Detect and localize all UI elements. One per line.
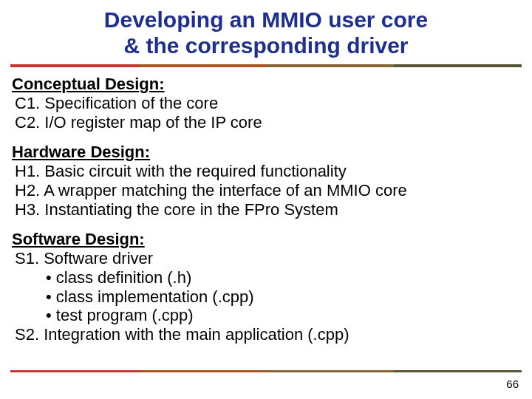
item-h2: H2. A wrapper matching the interface of … [12,181,520,200]
section-conceptual: Conceptual Design: C1. Specification of … [12,75,520,132]
heading-hardware: Hardware Design: [12,143,520,162]
item-s1b: class implementation (.cpp) [12,287,520,307]
slide: Developing an MMIO user core & the corre… [0,0,532,399]
content-area: Conceptual Design: C1. Specification of … [0,67,532,344]
section-software: Software Design: S1. Software driver cla… [12,230,520,345]
heading-software: Software Design: [12,230,520,249]
item-s2: S2. Integration with the main applicatio… [12,325,520,344]
section-hardware: Hardware Design: H1. Basic circuit with … [12,143,520,219]
item-c1: C1. Specification of the core [12,94,520,113]
item-h1: H1. Basic circuit with the required func… [12,162,520,181]
heading-conceptual: Conceptual Design: [12,75,520,94]
item-s1c: test program (.cpp) [12,306,520,325]
item-c2: C2. I/O register map of the IP core [12,113,520,132]
item-s1a: class definition (.h) [12,268,520,287]
title-line-1: Developing an MMIO user core [104,7,428,32]
title-line-2: & the corresponding driver [123,33,408,58]
item-h3: H3. Instantiating the core in the FPro S… [12,200,520,219]
page-number: 66 [506,378,519,390]
item-s1: S1. Software driver [12,249,520,268]
slide-title: Developing an MMIO user core & the corre… [0,0,532,64]
footer-rule [10,370,522,372]
